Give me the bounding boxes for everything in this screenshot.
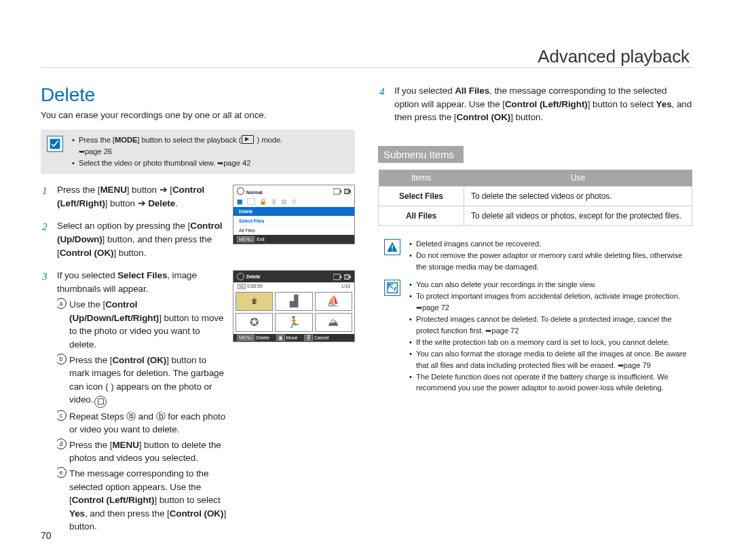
battery-icon bbox=[333, 274, 351, 280]
warning-icon bbox=[384, 239, 400, 255]
info-6: The Delete function does not operate if … bbox=[409, 371, 692, 394]
check-icon bbox=[47, 136, 63, 152]
info-1: You can also delete your recordings in t… bbox=[409, 279, 692, 290]
substep-e: The message corresponding to the selecte… bbox=[57, 467, 227, 534]
warning-2: Do not remove the power adaptor or memor… bbox=[409, 250, 692, 272]
column-left: Delete You can erase your recordings one… bbox=[41, 84, 355, 545]
instruction-steps: Normal ▦ 🔒🗑▦⚙ Delete Select Files All Fi… bbox=[41, 183, 355, 535]
info-3: Protected images cannot be deleted. To d… bbox=[409, 314, 692, 336]
svg-rect-16 bbox=[392, 250, 393, 251]
step-1: Normal ▦ 🔒🗑▦⚙ Delete Select Files All Fi… bbox=[41, 183, 355, 210]
info-box: You can also delete your recordings in t… bbox=[378, 279, 692, 394]
info-2: To protect important images from acciden… bbox=[409, 291, 692, 313]
svg-rect-9 bbox=[340, 276, 341, 278]
lcd-figure-thumbnails: Delete SD0:00:551/10 🗑 ▟ ⛵ ✪ 🏃 ⛰ bbox=[233, 270, 355, 342]
step-3: Delete SD0:00:551/10 🗑 ▟ ⛵ ✪ 🏃 ⛰ bbox=[41, 269, 355, 536]
lcd-menu-delete: Delete bbox=[233, 206, 354, 216]
column-right: If you selected All Files, the message c… bbox=[378, 84, 692, 545]
svg-rect-15 bbox=[392, 245, 393, 248]
svg-rect-8 bbox=[333, 274, 340, 280]
mode-note-box: Press the [MODE] button to select the pl… bbox=[41, 130, 355, 174]
playback-mode-icon bbox=[242, 135, 254, 144]
section-intro: You can erase your recordings one by one… bbox=[41, 110, 355, 120]
svg-rect-14 bbox=[347, 275, 349, 278]
substep-c: Repeat Steps ⓐ and ⓑ for each photo or v… bbox=[57, 410, 227, 436]
mode-note-2: Select the video or photo thumbnail view… bbox=[72, 157, 348, 168]
svg-rect-2 bbox=[340, 190, 341, 193]
page-header: Advanced playback bbox=[41, 46, 692, 68]
trash-icon bbox=[94, 396, 107, 408]
manual-page: Advanced playback Delete You can erase y… bbox=[0, 0, 733, 560]
two-column-layout: Delete You can erase your recordings one… bbox=[41, 84, 692, 545]
substep-b: Press the [Control (OK)] button to mark … bbox=[57, 354, 227, 408]
svg-rect-7 bbox=[347, 189, 349, 193]
svg-rect-11 bbox=[350, 276, 351, 278]
table-header-use: Use bbox=[464, 170, 692, 187]
instruction-steps-cont: If you selected All Files, the message c… bbox=[378, 84, 692, 124]
warning-box: Deleted images cannot be recovered. Do n… bbox=[378, 238, 692, 272]
svg-rect-6 bbox=[346, 189, 347, 193]
step-2: Select an option by pressing the [Contro… bbox=[41, 219, 355, 259]
warning-1: Deleted images cannot be recovered. bbox=[409, 238, 692, 249]
mode-note-1: Press the [MODE] button to select the pl… bbox=[72, 134, 348, 157]
table-row: Select Files To delete the selected vide… bbox=[379, 186, 692, 206]
info-5: You can also format the storage media to… bbox=[409, 348, 692, 371]
submenu-table: Items Use Select Files To delete the sel… bbox=[378, 170, 692, 226]
step-4: If you selected All Files, the message c… bbox=[378, 84, 692, 124]
battery-icon bbox=[333, 188, 351, 195]
page-number: 70 bbox=[41, 530, 51, 541]
note-icon bbox=[384, 280, 400, 296]
table-header-items: Items bbox=[379, 170, 464, 187]
header-title: Advanced playback bbox=[41, 46, 692, 67]
svg-rect-4 bbox=[350, 190, 351, 193]
substep-a: Use the [Control (Up/Down/Left/Right)] b… bbox=[57, 298, 227, 351]
svg-rect-1 bbox=[333, 189, 340, 194]
substep-d: Press the [MENU] button to delete the ph… bbox=[57, 438, 227, 465]
submenu-heading: Submenu Items bbox=[378, 146, 464, 163]
info-4: If the write protection tab on a memory … bbox=[409, 337, 692, 348]
section-heading: Delete bbox=[41, 84, 355, 106]
svg-rect-12 bbox=[345, 275, 346, 278]
table-row: All Files To delete all videos or photos… bbox=[379, 206, 692, 225]
svg-rect-5 bbox=[345, 189, 346, 193]
svg-rect-13 bbox=[346, 275, 347, 278]
